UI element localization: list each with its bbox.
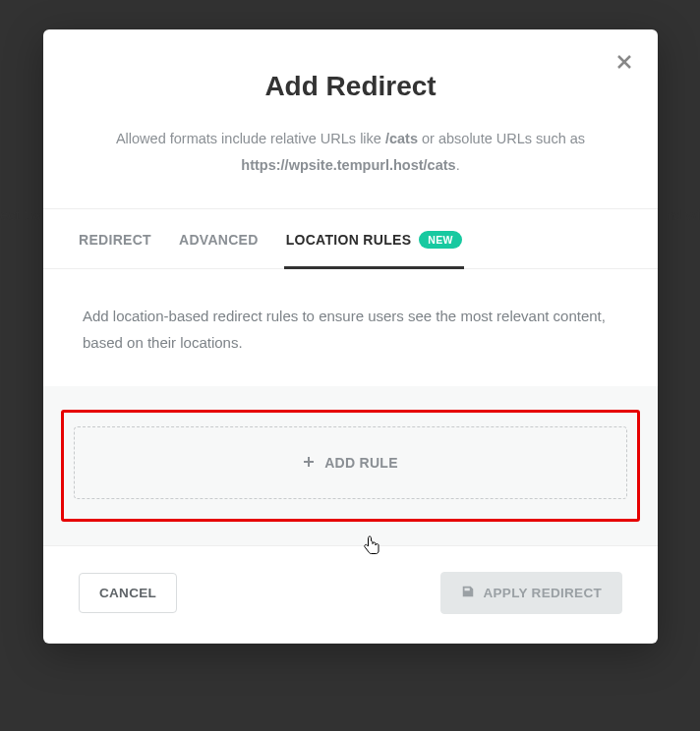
rules-area: ADD RULE [43, 386, 658, 545]
highlight-annotation: ADD RULE [61, 410, 640, 522]
new-badge: NEW [419, 231, 461, 249]
modal-description: Allowed formats include relative URLs li… [83, 126, 618, 179]
save-icon [461, 585, 475, 601]
plus-icon [303, 455, 315, 471]
cancel-button[interactable]: CANCEL [79, 573, 177, 613]
tab-redirect[interactable]: REDIRECT [79, 210, 151, 267]
tab-location-rules-label: LOCATION RULES [286, 232, 412, 248]
close-icon [616, 54, 632, 73]
apply-redirect-button[interactable]: APPLY REDIRECT [440, 572, 622, 614]
location-rules-description: Add location-based redirect rules to ens… [43, 269, 658, 387]
add-redirect-modal: Add Redirect Allowed formats include rel… [43, 29, 658, 644]
modal-footer: CANCEL APPLY REDIRECT [43, 545, 658, 644]
modal-title: Add Redirect [83, 71, 618, 102]
background-text-left: ect tra [0, 206, 41, 223]
modal-header: Add Redirect Allowed formats include rel… [43, 29, 658, 208]
apply-redirect-label: APPLY REDIRECT [484, 586, 602, 600]
tab-bar: REDIRECT ADVANCED LOCATION RULES NEW [43, 208, 658, 269]
add-rule-button[interactable]: ADD RULE [74, 426, 627, 499]
close-button[interactable] [612, 51, 636, 75]
tab-advanced[interactable]: ADVANCED [179, 210, 259, 267]
add-rule-label: ADD RULE [324, 455, 398, 471]
background-text-right: nd wi [666, 206, 700, 223]
tab-location-rules[interactable]: LOCATION RULES NEW [286, 209, 462, 268]
